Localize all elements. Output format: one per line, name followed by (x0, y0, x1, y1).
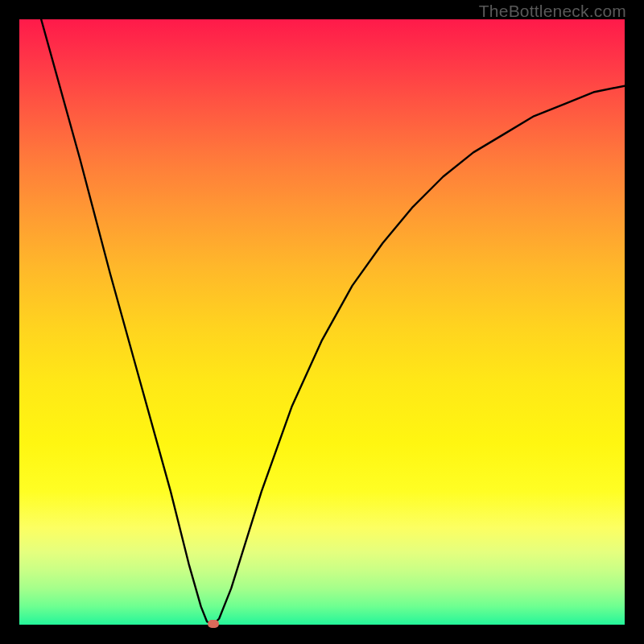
chart-plot-area (19, 19, 625, 625)
watermark-text: TheBottleneck.com (479, 2, 626, 21)
optimal-point-marker (208, 620, 219, 628)
